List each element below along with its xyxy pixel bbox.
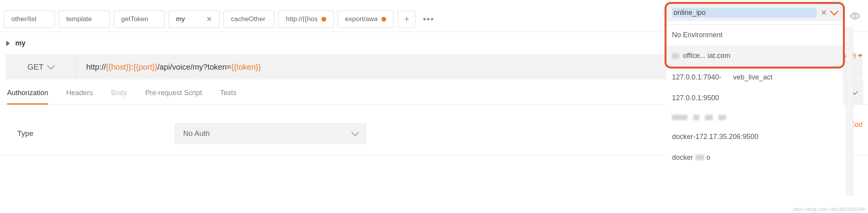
chevron-down-icon bbox=[351, 128, 359, 136]
url-var: {{token}} bbox=[231, 63, 261, 72]
env-item-label: docker-172.17.35.206:9500 bbox=[672, 133, 758, 141]
collapse-icon[interactable] bbox=[6, 41, 10, 46]
req-tab-label: Authorization bbox=[7, 89, 48, 97]
tab-my[interactable]: my ✕ bbox=[169, 11, 220, 28]
close-icon[interactable]: ✕ bbox=[821, 8, 827, 17]
tab-cacheother[interactable]: cacheOther bbox=[223, 11, 274, 28]
auth-type-select[interactable]: No Auth bbox=[174, 123, 367, 144]
url-seg: /api/voice/my?token= bbox=[157, 63, 231, 72]
blurred-text bbox=[672, 53, 679, 59]
tab-other-list[interactable]: other/list bbox=[4, 11, 55, 28]
tab-headers[interactable]: Headers bbox=[66, 89, 93, 105]
env-item-docker-ip[interactable]: docker-172.17.35.206:9500 bbox=[666, 126, 843, 147]
http-method-select[interactable]: GET bbox=[5, 54, 76, 79]
new-tab-button[interactable]: + bbox=[398, 11, 416, 28]
env-item-label: No Environment bbox=[672, 31, 723, 39]
tab-label: other/list bbox=[11, 15, 47, 23]
req-tab-label: Body bbox=[111, 89, 127, 97]
auth-type-label: Type bbox=[17, 129, 33, 138]
tab-label: template bbox=[66, 15, 102, 23]
tab-authorization[interactable]: Authorization bbox=[7, 89, 48, 105]
scrollbar[interactable] bbox=[846, 27, 853, 196]
chevron-down-icon bbox=[858, 54, 863, 57]
http-method-label: GET bbox=[27, 63, 44, 72]
tab-overflow-button[interactable]: ••• bbox=[419, 11, 438, 28]
env-item-office[interactable]: office... iat.com bbox=[666, 45, 843, 67]
env-item-9500[interactable]: 127.0.0.1:9500 bbox=[666, 88, 843, 108]
url-var: {{host}} bbox=[106, 63, 131, 72]
tab-label: getToken bbox=[121, 15, 157, 23]
env-item-label: veb_live_act bbox=[733, 73, 772, 81]
svg-point-0 bbox=[854, 15, 857, 18]
env-item-label: 127.0.0.1:7940- bbox=[672, 73, 721, 81]
req-tab-label: Pre-request Script bbox=[145, 89, 202, 97]
req-tab-label: Tests bbox=[220, 89, 236, 97]
environment-selected: online_ipo bbox=[672, 8, 817, 18]
req-tab-label: Headers bbox=[66, 89, 93, 97]
blurred-text bbox=[672, 115, 837, 120]
close-icon[interactable]: ✕ bbox=[206, 15, 212, 23]
unsaved-dot-icon bbox=[321, 17, 326, 22]
env-item-7940[interactable]: 127.0.0.1:7940- veb_live_act bbox=[666, 67, 843, 88]
chevron-down-icon[interactable] bbox=[830, 7, 839, 16]
tab-export-awa[interactable]: export/awa bbox=[338, 11, 394, 28]
environment-panel: online_ipo ✕ No Environment office... ia… bbox=[666, 4, 843, 168]
environment-select[interactable]: online_ipo ✕ bbox=[666, 4, 843, 21]
env-item-docker[interactable]: docker o bbox=[666, 147, 843, 168]
env-item-no-environment[interactable]: No Environment bbox=[666, 25, 843, 45]
tab-label: export/awa bbox=[345, 15, 378, 23]
tab-body[interactable]: Body bbox=[111, 89, 127, 105]
tab-label: http://{{hos bbox=[286, 15, 318, 23]
request-name: my bbox=[15, 39, 25, 47]
tab-gettoken[interactable]: getToken bbox=[114, 11, 165, 28]
env-item-label: office... iat.com bbox=[683, 52, 730, 60]
url-seg: http:// bbox=[86, 63, 106, 72]
tab-label: cacheOther bbox=[231, 15, 267, 23]
environment-dropdown: No Environment office... iat.com 127.0.0… bbox=[666, 24, 843, 168]
chevron-down-icon bbox=[47, 62, 55, 70]
env-item-blurred[interactable] bbox=[666, 108, 843, 126]
url-var: {{port}} bbox=[133, 63, 157, 72]
tab-http-hos[interactable]: http://{{hos bbox=[278, 11, 334, 28]
blurred-text bbox=[695, 155, 704, 160]
tab-label: my bbox=[176, 15, 202, 23]
auth-type-value: No Auth bbox=[183, 129, 210, 138]
unsaved-dot-icon bbox=[381, 17, 386, 22]
watermark: https://blog.csdn.net/18825062240 bbox=[793, 207, 866, 211]
tab-tests[interactable]: Tests bbox=[220, 89, 236, 105]
tab-prerequest[interactable]: Pre-request Script bbox=[145, 89, 202, 105]
tab-template[interactable]: template bbox=[59, 11, 110, 28]
env-item-label: 127.0.0.1:9500 bbox=[672, 94, 719, 102]
quick-look-icon[interactable] bbox=[847, 8, 863, 24]
